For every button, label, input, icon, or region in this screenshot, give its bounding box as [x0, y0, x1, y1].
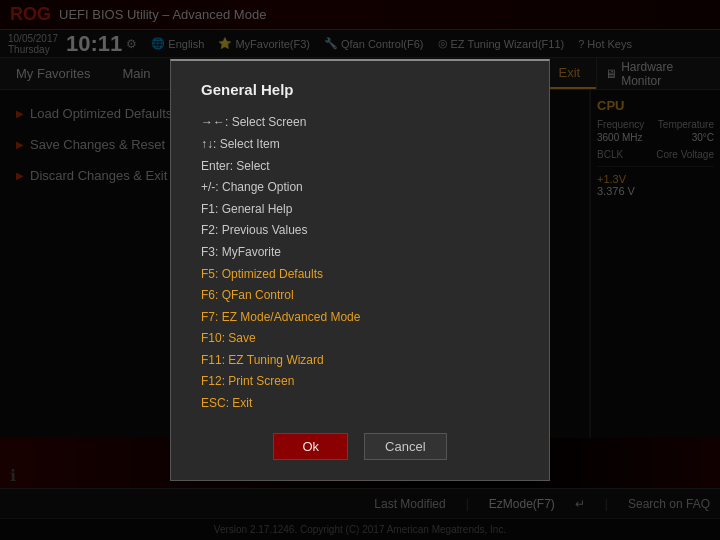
- help-line-4: +/-: Change Option: [201, 177, 519, 199]
- help-line-8: F5: Optimized Defaults: [201, 264, 519, 286]
- modal-buttons: Ok Cancel: [201, 433, 519, 460]
- help-line-7: F3: MyFavorite: [201, 242, 519, 264]
- help-line-9: F6: QFan Control: [201, 285, 519, 307]
- help-line-5: F1: General Help: [201, 199, 519, 221]
- help-line-11: F10: Save: [201, 328, 519, 350]
- modal-overlay: General Help →←: Select Screen ↑↓: Selec…: [0, 0, 720, 540]
- help-line-13: F12: Print Screen: [201, 371, 519, 393]
- help-line-14: ESC: Exit: [201, 393, 519, 415]
- general-help-modal: General Help →←: Select Screen ↑↓: Selec…: [170, 59, 550, 480]
- help-line-1: →←: Select Screen: [201, 112, 519, 134]
- modal-title: General Help: [201, 81, 519, 98]
- cancel-button[interactable]: Cancel: [364, 433, 446, 460]
- help-line-2: ↑↓: Select Item: [201, 134, 519, 156]
- modal-body: →←: Select Screen ↑↓: Select Item Enter:…: [201, 112, 519, 414]
- help-line-12: F11: EZ Tuning Wizard: [201, 350, 519, 372]
- help-line-10: F7: EZ Mode/Advanced Mode: [201, 307, 519, 329]
- help-line-6: F2: Previous Values: [201, 220, 519, 242]
- ok-button[interactable]: Ok: [273, 433, 348, 460]
- help-line-3: Enter: Select: [201, 156, 519, 178]
